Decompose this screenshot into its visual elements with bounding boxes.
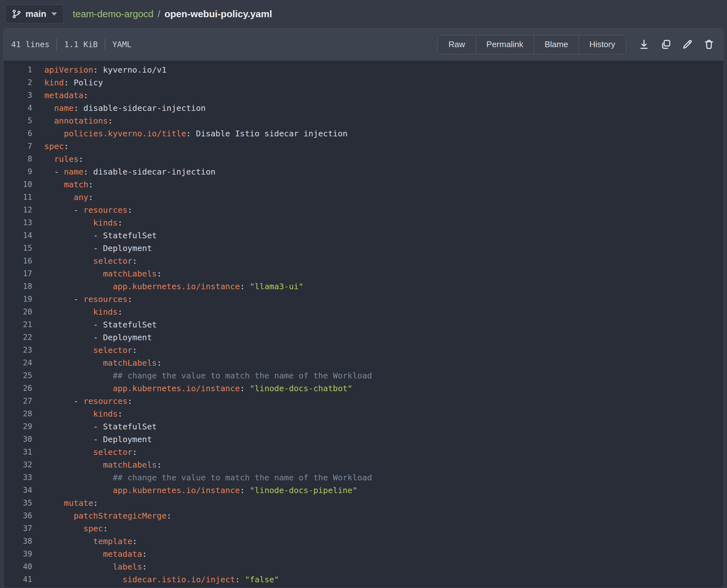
code-line-text: - name: disable-sidecar-injection bbox=[32, 165, 215, 178]
edit-button[interactable] bbox=[682, 38, 694, 51]
line-number[interactable]: 14 bbox=[3, 229, 32, 242]
blame-button[interactable]: Blame bbox=[534, 35, 579, 54]
line-number[interactable]: 33 bbox=[3, 471, 32, 484]
line-number[interactable]: 39 bbox=[3, 548, 32, 560]
line-number[interactable]: 28 bbox=[3, 407, 32, 420]
line-number[interactable]: 29 bbox=[3, 420, 32, 433]
line-number[interactable]: 35 bbox=[3, 497, 32, 509]
history-button[interactable]: History bbox=[579, 35, 626, 54]
code-line-text: rules: bbox=[32, 152, 83, 165]
file-viewer: 41 lines 1.1 KiB YAML Raw Permalink Blam… bbox=[3, 28, 724, 588]
line-number[interactable]: 9 bbox=[3, 165, 32, 178]
line-number[interactable]: 41 bbox=[3, 573, 32, 586]
code-line-text: name: disable-sidecar-injection bbox=[32, 102, 206, 114]
code-line-text: - StatefulSet bbox=[32, 318, 157, 331]
file-header: 41 lines 1.1 KiB YAML Raw Permalink Blam… bbox=[3, 28, 724, 61]
git-branch-icon bbox=[12, 9, 21, 19]
code-line: 30 - Deployment bbox=[3, 433, 724, 446]
line-number[interactable]: 20 bbox=[3, 306, 32, 318]
code-line: 39 metadata: bbox=[3, 548, 724, 560]
code-line-text: patchStrategicMerge: bbox=[32, 509, 171, 522]
code-line: 36 patchStrategicMerge: bbox=[3, 509, 724, 522]
page: main team-demo-argocd / open-webui-polic… bbox=[0, 0, 727, 588]
permalink-button[interactable]: Permalink bbox=[476, 35, 534, 54]
code-line-text: matchLabels: bbox=[32, 267, 162, 280]
code-line: 38 template: bbox=[3, 535, 724, 548]
line-number[interactable]: 38 bbox=[3, 535, 32, 548]
line-number[interactable]: 36 bbox=[3, 509, 32, 522]
code-line: 32 matchLabels: bbox=[3, 458, 724, 471]
file-lines-count: 41 lines bbox=[11, 40, 49, 49]
code-line-text: - Deployment bbox=[32, 331, 152, 344]
code-line-text: - StatefulSet bbox=[32, 229, 157, 242]
line-number[interactable]: 16 bbox=[3, 254, 32, 267]
line-number[interactable]: 23 bbox=[3, 344, 32, 356]
code-line-text: - Deployment bbox=[32, 242, 152, 254]
code-line-text: spec: bbox=[32, 140, 69, 152]
line-number[interactable]: 2 bbox=[3, 76, 32, 89]
line-number[interactable]: 40 bbox=[3, 560, 32, 573]
line-number[interactable]: 27 bbox=[3, 395, 32, 407]
code-line: 1apiVersion: kyverno.io/v1 bbox=[3, 63, 724, 76]
code-line: 15 - Deployment bbox=[3, 242, 724, 254]
breadcrumb-repo-link[interactable]: team-demo-argocd bbox=[72, 8, 153, 19]
line-number[interactable]: 3 bbox=[3, 89, 32, 102]
branch-selector[interactable]: main bbox=[5, 4, 64, 24]
code-line-text: selector: bbox=[32, 446, 137, 458]
code-line: 12 - resources: bbox=[3, 204, 724, 216]
code-line: 8 rules: bbox=[3, 152, 724, 165]
top-bar: main team-demo-argocd / open-webui-polic… bbox=[0, 0, 727, 28]
line-number[interactable]: 10 bbox=[3, 178, 32, 191]
line-number[interactable]: 30 bbox=[3, 433, 32, 446]
line-number[interactable]: 1 bbox=[3, 63, 32, 76]
delete-button[interactable] bbox=[703, 38, 716, 51]
code-line-text: annotations: bbox=[32, 114, 113, 127]
line-number[interactable]: 4 bbox=[3, 102, 32, 114]
code-line: 21 - StatefulSet bbox=[3, 318, 724, 331]
trash-icon bbox=[703, 39, 715, 50]
copy-contents-button[interactable] bbox=[660, 38, 672, 51]
line-number[interactable]: 25 bbox=[3, 369, 32, 382]
line-number[interactable]: 26 bbox=[3, 382, 32, 395]
line-number[interactable]: 34 bbox=[3, 484, 32, 497]
line-number[interactable]: 5 bbox=[3, 114, 32, 127]
meta-divider bbox=[105, 39, 105, 51]
line-number[interactable]: 13 bbox=[3, 216, 32, 229]
raw-button[interactable]: Raw bbox=[438, 35, 476, 54]
code-line: 22 - Deployment bbox=[3, 331, 724, 344]
line-number[interactable]: 31 bbox=[3, 446, 32, 458]
line-number[interactable]: 11 bbox=[3, 191, 32, 204]
code-line-text: ## change the value to match the name of… bbox=[32, 471, 372, 484]
code-line: 20 kinds: bbox=[3, 306, 724, 318]
code-line: 16 selector: bbox=[3, 254, 724, 267]
code-line-text: template: bbox=[32, 535, 137, 548]
code-line-text: - StatefulSet bbox=[32, 420, 157, 433]
line-number[interactable]: 37 bbox=[3, 522, 32, 535]
code-line-text: selector: bbox=[32, 254, 137, 267]
code-line-text: ## change the value to match the name of… bbox=[32, 369, 372, 382]
chevron-down-icon bbox=[51, 13, 57, 16]
line-number[interactable]: 21 bbox=[3, 318, 32, 331]
download-icon bbox=[638, 39, 650, 50]
code-line-text: spec: bbox=[32, 522, 108, 535]
line-number[interactable]: 24 bbox=[3, 356, 32, 369]
code-line: 2kind: Policy bbox=[3, 76, 724, 89]
code-line-text: - resources: bbox=[32, 204, 132, 216]
line-number[interactable]: 12 bbox=[3, 204, 32, 216]
line-number[interactable]: 17 bbox=[3, 267, 32, 280]
line-number[interactable]: 7 bbox=[3, 140, 32, 152]
code-line: 10 match: bbox=[3, 178, 724, 191]
download-button[interactable] bbox=[638, 38, 651, 51]
line-number[interactable]: 18 bbox=[3, 280, 32, 293]
line-number[interactable]: 6 bbox=[3, 127, 32, 140]
line-number[interactable]: 32 bbox=[3, 458, 32, 471]
file-meta: 41 lines 1.1 KiB YAML bbox=[11, 39, 131, 51]
line-number[interactable]: 22 bbox=[3, 331, 32, 344]
code-line-text: - resources: bbox=[32, 293, 132, 306]
line-number[interactable]: 8 bbox=[3, 152, 32, 165]
line-number[interactable]: 15 bbox=[3, 242, 32, 254]
code-line: 19 - resources: bbox=[3, 293, 724, 306]
line-number[interactable]: 19 bbox=[3, 293, 32, 306]
breadcrumb-separator: / bbox=[158, 8, 160, 19]
code-line-text: kinds: bbox=[32, 306, 123, 318]
